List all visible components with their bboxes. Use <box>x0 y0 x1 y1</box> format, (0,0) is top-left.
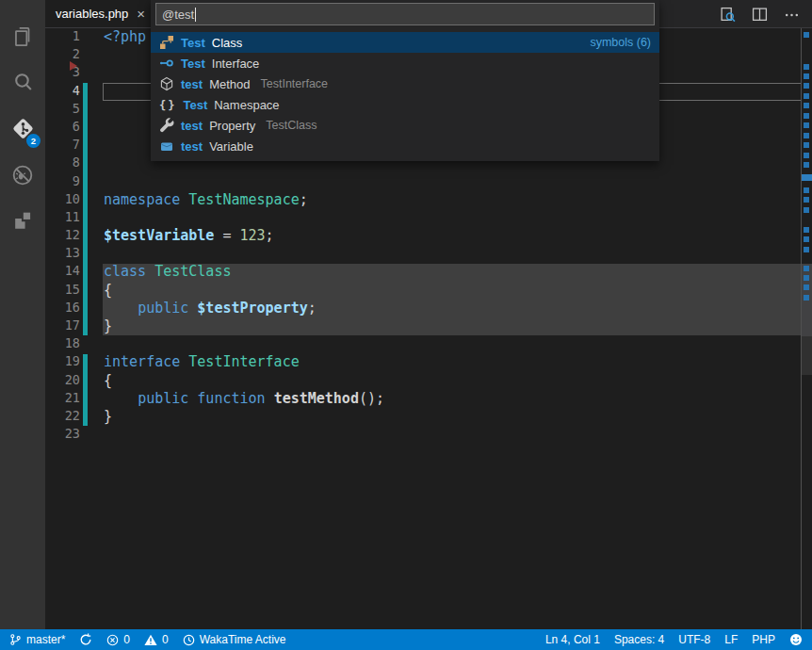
code-token: class <box>104 263 146 280</box>
line-number: 21 <box>45 390 80 408</box>
code-token <box>146 263 154 280</box>
code-token <box>104 300 138 317</box>
warnings-status[interactable]: 0 <box>144 633 169 646</box>
split-editor-button[interactable] <box>752 7 768 23</box>
ruler-modified-mark <box>804 275 809 281</box>
variable-icon <box>159 138 174 154</box>
code-token: = <box>214 227 239 244</box>
code-line[interactable]: namespace TestNamespace; <box>104 191 802 209</box>
namespace-icon: {} <box>159 98 176 112</box>
matched-text: test <box>181 77 203 91</box>
ruler-modified-mark <box>804 162 809 168</box>
cursor-position-status[interactable]: Ln 4, Col 1 <box>545 633 600 646</box>
eol-status[interactable]: LF <box>724 633 738 646</box>
matched-text: Test <box>181 36 205 50</box>
quick-open-results: TestClasssymbols (6)TestInterfacetestMet… <box>151 32 659 156</box>
line-number: 14 <box>45 263 80 281</box>
ruler-modified-mark <box>804 32 809 38</box>
code-line[interactable]: } <box>104 317 802 335</box>
code-line[interactable] <box>104 245 802 263</box>
line-number: 19 <box>45 353 80 371</box>
code-token: (); <box>359 390 384 407</box>
code-line[interactable]: public $testProperty; <box>104 300 802 317</box>
errors-status[interactable]: 0 <box>106 633 130 646</box>
encoding-status[interactable]: UTF-8 <box>678 633 710 646</box>
line-number: 8 <box>45 154 80 172</box>
code-line[interactable]: class TestClass <box>104 263 802 281</box>
code-token <box>266 390 274 407</box>
code-line[interactable] <box>104 426 802 444</box>
code-token: public <box>138 300 188 317</box>
overview-ruler-scrollbar[interactable] <box>801 28 812 629</box>
code-token: ; <box>300 191 308 208</box>
code-line[interactable]: { <box>104 372 802 390</box>
line-number: 23 <box>45 426 80 444</box>
code-line[interactable] <box>104 335 802 353</box>
ruler-modified-mark <box>804 227 809 233</box>
ruler-modified-mark <box>804 83 809 89</box>
ruler-modified-mark <box>804 236 809 242</box>
tab-variables-php[interactable]: variables.php × <box>45 0 155 27</box>
code-line[interactable]: } <box>104 408 802 426</box>
code-line[interactable]: $testVariable = 123; <box>104 227 802 245</box>
wakatime-status[interactable]: WakaTime Active <box>183 633 286 646</box>
git-branch-icon <box>9 633 22 646</box>
sync-status[interactable] <box>79 633 92 646</box>
language-mode-status[interactable]: PHP <box>752 633 775 646</box>
ruler-modified-mark <box>804 207 809 213</box>
code-line[interactable]: { <box>104 282 802 300</box>
code-line[interactable] <box>104 209 802 227</box>
code-line[interactable] <box>104 173 802 191</box>
ruler-cursor-mark <box>802 174 812 181</box>
code-token: } <box>104 408 112 425</box>
quick-open-item-method[interactable]: testMethodTestInterface <box>151 73 659 94</box>
quick-open-item-variable[interactable]: testVariable <box>151 136 659 156</box>
quick-open-item-interface[interactable]: TestInterface <box>151 53 659 73</box>
code-token: public <box>138 390 188 407</box>
open-preview-button[interactable] <box>720 7 736 23</box>
activity-bar-item-source-control[interactable]: 2 <box>0 106 45 152</box>
line-number: 5 <box>45 101 80 119</box>
quick-open-input[interactable]: @test <box>155 3 655 25</box>
activity-bar-item-debug[interactable] <box>0 152 45 198</box>
matched-text: test <box>181 139 203 154</box>
code-line[interactable]: interface TestInterface <box>104 353 802 371</box>
results-group-label: symbols (6) <box>590 36 651 49</box>
ruler-modified-mark <box>804 103 809 108</box>
activity-bar: 2 <box>0 0 45 629</box>
debug-icon <box>10 163 35 187</box>
symbol-description: TestClass <box>266 119 317 132</box>
git-branch-label: master* <box>26 633 65 646</box>
code-token: { <box>104 282 112 299</box>
code-token <box>104 390 138 407</box>
more-actions-button[interactable] <box>784 7 800 23</box>
git-modified-indicator <box>83 354 88 427</box>
activity-bar-item-search[interactable] <box>0 59 45 106</box>
line-number: 16 <box>45 300 80 317</box>
quick-open-item-property[interactable]: testPropertyTestClass <box>151 115 659 136</box>
close-icon[interactable]: × <box>137 7 145 21</box>
code-token <box>188 300 197 317</box>
line-number-gutter[interactable]: 1234567891011121314151617181920212223 <box>45 28 80 444</box>
line-number: 11 <box>45 209 80 227</box>
indentation-status[interactable]: Spaces: 4 <box>614 633 664 646</box>
git-branch-status[interactable]: master* <box>9 633 65 646</box>
activity-bar-item-extensions[interactable] <box>0 198 45 244</box>
class-icon <box>159 35 174 50</box>
git-modified-indicator <box>83 83 88 336</box>
feedback-status[interactable] <box>789 633 803 646</box>
code-line[interactable]: public function testMethod(); <box>104 390 802 408</box>
property-icon <box>159 118 174 133</box>
activity-bar-item-explorer[interactable] <box>0 13 45 59</box>
files-icon <box>10 24 35 49</box>
ruler-modified-mark <box>804 113 809 119</box>
warning-icon <box>144 634 157 646</box>
smiley-icon <box>789 633 803 646</box>
quick-open-item-namespace[interactable]: {}TestNamespace <box>151 94 659 115</box>
line-number: 17 <box>45 317 80 335</box>
code-token: function <box>197 390 265 407</box>
code-token: <?php <box>104 28 146 45</box>
code-token: interface <box>104 353 180 370</box>
line-number: 9 <box>45 173 80 191</box>
quick-open-item-class[interactable]: TestClasssymbols (6) <box>151 32 659 53</box>
